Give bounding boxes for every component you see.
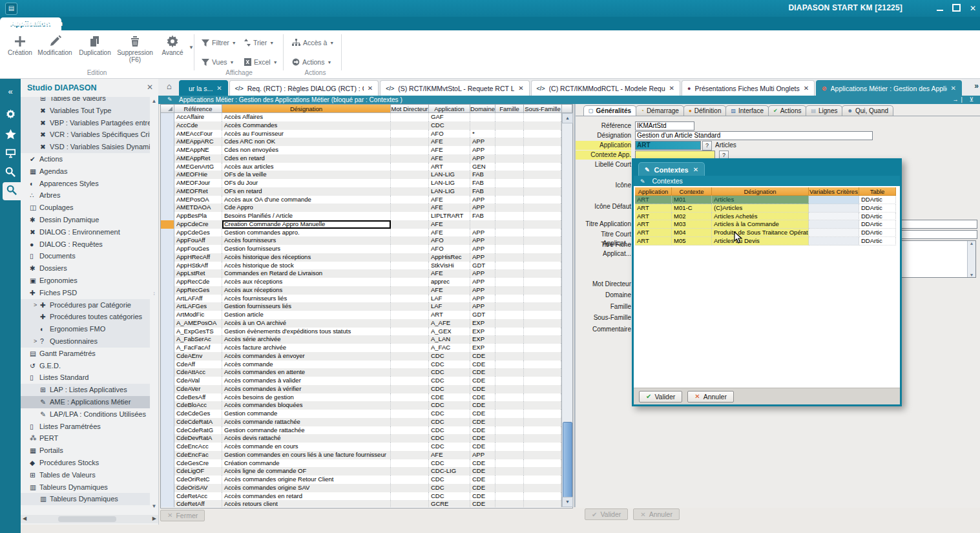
panel-valider-button[interactable]: ✔ Valider [585, 508, 628, 520]
cell-mot-directeur[interactable] [391, 335, 429, 344]
table-row[interactable]: CdeEncFac Gestion commandes en cours lié… [161, 451, 561, 459]
row-selector[interactable] [161, 492, 174, 501]
cell-famille[interactable] [495, 187, 524, 196]
cell-domaine[interactable] [470, 220, 495, 229]
cell-mot-directeur[interactable] [391, 426, 429, 435]
cell-application[interactable]: CDC [429, 121, 470, 130]
cell-mot-directeur[interactable] [391, 295, 429, 303]
cell-reference[interactable]: CdeCdeRatG [174, 426, 222, 435]
cell-designation[interactable]: Articles [712, 196, 809, 204]
cell-mot-directeur[interactable] [391, 484, 429, 492]
cell-sous-famille[interactable] [524, 138, 561, 146]
cell-mot-directeur[interactable] [391, 418, 429, 426]
cell-designation[interactable]: Gestion commande rattachée [222, 426, 391, 435]
cell-sous-famille[interactable] [524, 352, 561, 361]
cell-sous-famille[interactable] [524, 278, 561, 286]
column-header-domaine[interactable]: Domaine [470, 105, 495, 113]
cell-domaine[interactable]: CDE [470, 500, 495, 507]
sidebar-close-icon[interactable]: ✕ [147, 83, 153, 92]
cell-reference[interactable]: CdeCdeRatA [174, 418, 222, 426]
cell-sous-famille[interactable] [524, 311, 561, 319]
cell-sous-famille[interactable] [524, 253, 561, 262]
cell-mot-directeur[interactable] [391, 236, 429, 245]
cell-application[interactable]: AFO [429, 130, 470, 138]
cell-mot-directeur[interactable] [391, 344, 429, 352]
cell-application[interactable]: A_FAC [429, 344, 470, 352]
panel-tab[interactable]: ● Définition [683, 105, 727, 116]
cell-famille[interactable] [495, 476, 524, 484]
cell-reference[interactable]: AccCde [174, 121, 222, 130]
cell-famille[interactable] [495, 130, 524, 138]
cell-designation[interactable]: Cdes ARC non OK [222, 138, 391, 146]
table-row[interactable]: AMEAccFour Accès au Fournisseur AFO * [161, 130, 561, 138]
cell-sous-famille[interactable] [524, 236, 561, 245]
row-selector[interactable] [161, 113, 174, 121]
cell-famille[interactable] [495, 286, 524, 295]
cell-designation[interactable]: Articles au Devis [712, 237, 809, 246]
cell-famille[interactable] [495, 163, 524, 171]
cell-famille[interactable] [495, 368, 524, 377]
panel-tab[interactable]: ▨ Interface [725, 105, 768, 116]
row-selector[interactable] [161, 443, 174, 451]
scroll-up-icon[interactable]: ▲ [562, 113, 573, 123]
cell-designation[interactable]: Gestion commandes en cours liés à une fa… [222, 451, 391, 459]
cell-famille[interactable] [495, 146, 524, 154]
cell-application[interactable]: ART [635, 237, 672, 246]
cell-sous-famille[interactable] [524, 146, 561, 154]
contexte-row[interactable]: ART M02 Articles Achetés DDArtic [635, 213, 896, 221]
cell-sous-famille[interactable] [524, 484, 561, 492]
row-selector[interactable] [161, 484, 174, 492]
table-row[interactable]: CdeBesAff Accès besoins de gestion CDE C… [161, 393, 561, 402]
cell-application[interactable]: AFE [429, 451, 470, 459]
table-row[interactable]: ArtModFic Gestion article ART GDT [161, 311, 561, 319]
cell-designation[interactable]: Accès aux OA d'une commande [222, 196, 391, 204]
cell-designation[interactable]: Produits de Sous Traitance Opératoire [712, 229, 809, 237]
sidebar-item[interactable]: ⊞ Tables de Valeurs [21, 97, 150, 105]
cell-reference[interactable]: AMEOFJour [174, 179, 222, 187]
dock-arrows-icon[interactable]: →| ⊻ [953, 96, 976, 103]
creation-button[interactable]: Création [1, 33, 39, 56]
close-button[interactable]: ✕ [970, 4, 976, 13]
cell-sous-famille[interactable] [524, 262, 561, 270]
cell-contexte[interactable]: M02 [672, 213, 712, 221]
cell-reference[interactable]: CdeAVer [174, 385, 222, 393]
row-selector[interactable] [161, 385, 174, 393]
cell-sous-famille[interactable] [524, 245, 561, 253]
table-row[interactable]: CdeAff Accès commande CDC CDE [161, 361, 561, 369]
cell-reference[interactable]: CdeAttAcc [174, 368, 222, 377]
cell-sous-famille[interactable] [524, 410, 561, 418]
cell-domaine[interactable]: CDE [470, 410, 495, 418]
cell-mot-directeur[interactable] [391, 410, 429, 418]
table-row[interactable]: AMEAppRet Cdes en retard AFE APP [161, 154, 561, 163]
table-row[interactable]: AppLstRet Commandes en Retard de Livrais… [161, 269, 561, 278]
filtrer-button[interactable]: Filtrer▼ [202, 37, 236, 48]
table-row[interactable]: AppBesPla Besoins Planifiés / Article LI… [161, 212, 561, 220]
cell-domaine[interactable]: APP [470, 138, 495, 146]
cell-application[interactable]: CDC [429, 418, 470, 426]
cell-designation[interactable]: Gestion commande [222, 410, 391, 418]
column-header-designation[interactable]: Désignation [712, 187, 809, 196]
cell-sous-famille[interactable] [524, 344, 561, 352]
cell-application[interactable]: CDC [429, 484, 470, 492]
cell-domaine[interactable]: CDE [470, 385, 495, 393]
cell-designation[interactable]: Accès devis rattaché [222, 434, 391, 443]
cell-famille[interactable] [495, 171, 524, 179]
row-selector[interactable] [161, 212, 174, 220]
cell-sous-famille[interactable] [524, 269, 561, 278]
row-selector[interactable] [161, 335, 174, 344]
cell-mot-directeur[interactable] [391, 393, 429, 402]
cell-designation[interactable]: Accès commandes origine Retour Client [222, 476, 391, 484]
column-header-mot-directeur[interactable]: Mot Directeur [391, 105, 429, 113]
cell-domaine[interactable]: GEN [470, 163, 495, 171]
table-row[interactable]: AMEOFHie OFs de la veille LAN-LIG FAB [161, 171, 561, 179]
column-header-table[interactable]: Table [859, 187, 896, 196]
row-selector[interactable] [161, 286, 174, 295]
sidebar-item[interactable]: ● DIALOG : Requêtes [21, 238, 150, 251]
cell-designation[interactable]: Création commande [222, 459, 391, 468]
cell-reference[interactable]: AMEOFRet [174, 187, 222, 196]
table-vertical-scrollbar[interactable]: ▲ ▼ [561, 113, 572, 507]
cell-reference[interactable]: AppFouGes [174, 245, 222, 253]
sidebar-item[interactable]: ✎ AME : Applications Métier [21, 396, 150, 408]
cell-sous-famille[interactable] [524, 196, 561, 204]
cell-famille[interactable] [495, 328, 524, 336]
